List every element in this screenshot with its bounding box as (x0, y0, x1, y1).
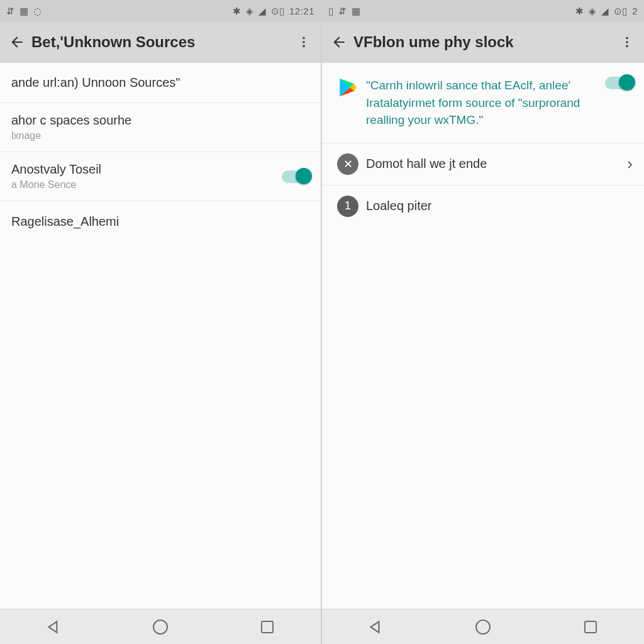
nav-recent-button[interactable] (258, 618, 277, 636)
list-item[interactable]: ahor c spaces sourhe lxnage (0, 103, 321, 152)
nav-home-button[interactable] (151, 618, 170, 636)
back-button[interactable] (6, 34, 28, 50)
status-clock: 2 (632, 6, 638, 16)
list-item-title: ande url:an) Unnoon Sources" (11, 75, 309, 90)
battery-icon: ⊙▯ (614, 6, 627, 16)
arrow-back-icon (331, 34, 347, 50)
square-recent-icon (261, 621, 274, 633)
list-item-title: Domot hall we jt ende (366, 157, 621, 171)
info-row[interactable]: "Carnh inlowril sance that EAclf, anlee'… (322, 63, 644, 143)
triangle-back-icon (367, 619, 384, 635)
bluetooth-icon: ✱ (575, 6, 584, 16)
svg-point-0 (303, 37, 305, 40)
more-vert-icon (297, 35, 311, 49)
status-icon: ◌ (33, 6, 42, 16)
svg-point-1 (303, 41, 305, 43)
list-item[interactable]: ✕ Domot hall we jt ende › (322, 143, 644, 186)
list-item-title: Loaleq piter (366, 199, 633, 213)
list-item-title: ahor c spaces sourhe (11, 113, 309, 128)
status-clock: 12:21 (289, 6, 314, 16)
signal-icon: ◢ (601, 6, 609, 16)
status-right-icons: ✱ ◈ ◢ ⊙▯ 2 (575, 6, 638, 16)
list-item-title: Anostvaly Toseil (11, 162, 275, 177)
toggle-switch[interactable] (605, 77, 633, 89)
svg-point-4 (626, 41, 628, 43)
toggle-switch[interactable] (282, 170, 309, 183)
overflow-menu-button[interactable] (616, 35, 638, 49)
status-icon: ▯ (328, 6, 333, 16)
battery-icon: ⊙▯ (271, 6, 284, 16)
circle-home-icon (153, 619, 168, 635)
overflow-menu-button[interactable] (293, 35, 314, 49)
wifi-icon: ◈ (246, 6, 253, 16)
status-icon: ⇵ (6, 6, 14, 16)
settings-list: "Carnh inlowril sance that EAclf, anlee'… (322, 63, 644, 609)
nav-back-button[interactable] (366, 618, 385, 636)
status-right-icons: ✱ ◈ ◢ ⊙▯ 12:21 (233, 6, 314, 16)
wifi-icon: ◈ (589, 6, 596, 16)
status-icon: ⇵ (338, 6, 347, 16)
chevron-right-icon: › (627, 154, 633, 174)
phone-right: ▯ ⇵ ▦ ✱ ◈ ◢ ⊙▯ 2 VFblon ume phy slock (322, 0, 644, 644)
settings-list: ande url:an) Unnoon Sources" ahor c spac… (0, 63, 321, 609)
nav-recent-button[interactable] (581, 618, 600, 636)
status-bar: ⇵ ▦ ◌ ✱ ◈ ◢ ⊙▯ 12:21 (0, 0, 321, 21)
list-item-subtitle: a Mone Sence (11, 179, 275, 191)
circle-home-icon (475, 619, 491, 635)
status-icon: ▦ (19, 6, 28, 16)
list-item[interactable]: 1 Loaleq piter (322, 186, 644, 227)
back-button[interactable] (328, 34, 350, 50)
signal-icon: ◢ (258, 6, 266, 16)
triangle-back-icon (45, 619, 62, 635)
status-left-icons: ⇵ ▦ ◌ (6, 6, 42, 16)
page-title: Bet,'Unknown Sources (28, 33, 293, 51)
more-vert-icon (620, 35, 634, 49)
svg-point-3 (626, 37, 628, 40)
status-icon: ▦ (352, 6, 360, 16)
list-item[interactable]: Ragelisase_Alhemi (0, 201, 321, 242)
list-item-subtitle: lxnage (11, 130, 309, 142)
list-item[interactable]: ande url:an) Unnoon Sources" (0, 63, 321, 103)
page-title: VFblon ume phy slock (350, 33, 616, 51)
status-left-icons: ▯ ⇵ ▦ (328, 6, 360, 16)
bluetooth-icon: ✱ (233, 6, 241, 16)
app-bar: Bet,'Unknown Sources (0, 21, 321, 63)
number-circle-icon: 1 (337, 196, 358, 217)
close-circle-icon: ✕ (337, 153, 358, 175)
nav-bar (0, 609, 321, 644)
svg-point-5 (626, 45, 628, 48)
arrow-back-icon (9, 34, 25, 50)
square-recent-icon (584, 621, 597, 633)
list-item-title: Ragelisase_Alhemi (11, 214, 309, 229)
nav-bar (322, 609, 644, 644)
app-bar: VFblon ume phy slock (322, 21, 644, 63)
nav-back-button[interactable] (44, 618, 63, 636)
phone-left: ⇵ ▦ ◌ ✱ ◈ ◢ ⊙▯ 12:21 Bet,'Unknown Source… (0, 0, 322, 644)
nav-home-button[interactable] (474, 618, 492, 636)
play-store-icon (333, 77, 362, 98)
list-item-toggle[interactable]: Anostvaly Toseil a Mone Sence (0, 152, 321, 201)
svg-point-2 (303, 45, 305, 48)
status-bar: ▯ ⇵ ▦ ✱ ◈ ◢ ⊙▯ 2 (322, 0, 644, 21)
info-text: "Carnh inlowril sance that EAclf, anlee'… (366, 77, 599, 129)
